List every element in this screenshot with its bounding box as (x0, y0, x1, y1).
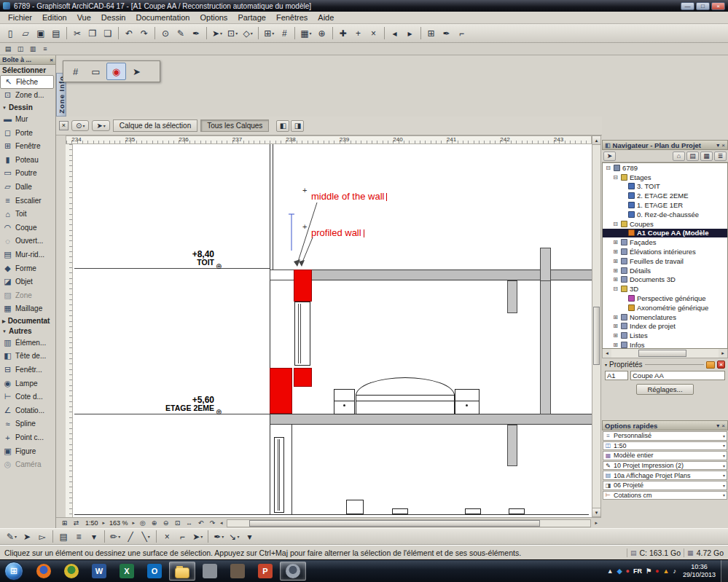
prev-view-button[interactable]: ↶ (195, 519, 206, 527)
menu-vue[interactable]: Vue (72, 12, 96, 23)
slope-a-button[interactable]: ╱ (123, 530, 138, 544)
scroll-down-icon[interactable]: ▾ (592, 508, 600, 516)
undo-button[interactable]: ↶ (122, 26, 136, 41)
trim-button[interactable]: ⌐ (455, 26, 469, 41)
tree-item-listes[interactable]: ⊞Listes (603, 331, 727, 340)
pencil-button[interactable]: ✏▾ (108, 530, 122, 544)
furniture-4[interactable] (509, 508, 525, 514)
properties-header[interactable]: ▾ Propriétés × (602, 358, 728, 369)
show-desktop-button[interactable] (721, 560, 728, 582)
tool-fl-che[interactable]: ↖Flèche (0, 75, 54, 89)
new-file-button[interactable]: ▯ (3, 26, 17, 41)
horizontal-scrollbar[interactable] (227, 519, 592, 527)
geometry-method-button[interactable]: ◇▾ (240, 26, 255, 41)
section-name-field[interactable]: Coupe AA (630, 371, 725, 380)
tool-zone-d[interactable]: ⊡Zone d... (0, 89, 55, 103)
tree-expander-icon[interactable]: ⊞ (612, 332, 619, 339)
tool-maillage[interactable]: ▦Maillage (0, 302, 55, 316)
bed-headboard[interactable] (356, 377, 455, 396)
tray-update-icon[interactable]: ● (626, 567, 630, 575)
tree-item-feuilles-de-travail[interactable]: ⊞Feuilles de travail (603, 256, 727, 266)
profile-manager-button[interactable]: # (66, 63, 85, 80)
toolbox-section-autres[interactable]: ▼Autres (0, 326, 55, 336)
marquee-mode-button[interactable]: ⊡▾ (225, 26, 240, 41)
zoom-in-button[interactable]: ⊕ (149, 519, 160, 527)
explore-button[interactable]: ⇄ (71, 519, 82, 527)
guide-toggle-button[interactable]: ▾ (87, 530, 101, 544)
floor-slab[interactable] (270, 414, 592, 425)
tray-lang[interactable]: FR (633, 567, 642, 575)
tree-item-etages[interactable]: ⊟Etages (603, 173, 727, 182)
vertical-scroll-thumb[interactable] (593, 307, 600, 365)
zoom-display[interactable]: 163 % (107, 519, 130, 527)
tree-scroll-thumb[interactable] (638, 350, 686, 357)
highlighted-wall-upper[interactable] (294, 270, 312, 302)
print-button[interactable]: ▤ (49, 26, 63, 41)
parameter-transfer-button[interactable]: ✒ (189, 26, 203, 41)
tree-item-nomenclatures[interactable]: ⊞Nomenclatures (603, 312, 727, 322)
furniture-3[interactable] (465, 508, 481, 514)
nightstand-left[interactable] (334, 389, 355, 414)
window-lower[interactable] (274, 437, 284, 513)
tray-volume-icon[interactable]: ♪ (673, 567, 676, 575)
tree-item-2-etage-2eme[interactable]: 2. ETAGE 2EME (603, 191, 727, 200)
layout-book-button[interactable]: ▦ (700, 152, 713, 161)
tree-item-l-vations-int-rieures[interactable]: ⊞Élévations intérieures (603, 247, 727, 256)
tray-shield-icon[interactable]: ▲ (663, 567, 670, 575)
open-file-button[interactable]: ▱ (18, 26, 33, 41)
taskbar-archicad[interactable] (280, 562, 306, 581)
tree-item-1-etage-1er[interactable]: 1. ETAGE 1ER (603, 200, 727, 210)
annotation-profiled-wall[interactable]: profiled wall (311, 227, 364, 238)
zoom-fit-button[interactable]: ◎ (137, 519, 148, 527)
favorites-button[interactable]: ▤ (2, 44, 14, 54)
right-wall-upper[interactable] (540, 248, 551, 281)
tool-cotatio[interactable]: ∠Cotatio... (0, 404, 55, 417)
tree-expander-icon[interactable]: ⊞ (612, 267, 619, 274)
tool-l-men[interactable]: ▥Élémen... (0, 336, 55, 350)
caret-right-icon[interactable]: ▸ (102, 520, 106, 526)
copy-button[interactable]: ❐ (85, 26, 100, 41)
tool-escalier[interactable]: ≡Escalier (0, 194, 55, 208)
quick-show-button[interactable]: ⊙ ▾ (71, 120, 89, 131)
corner-mode-button[interactable]: ⌐ (175, 530, 189, 544)
close-quick-options-icon[interactable]: × (721, 422, 725, 429)
taskbar-viewer[interactable] (197, 562, 223, 581)
tree-expander-icon[interactable]: ⊟ (605, 165, 611, 171)
caret-right-icon[interactable]: ▸ (132, 520, 136, 526)
drag-mode-button[interactable]: ⊞ (59, 519, 70, 527)
close-toolbox-icon[interactable]: × (50, 57, 53, 63)
taskbar-firefox[interactable] (31, 562, 57, 581)
tool-poteau[interactable]: ▮Poteau (0, 153, 55, 167)
all-layers-button[interactable]: Tous les Calques (200, 119, 269, 132)
tree-expander-icon[interactable]: ⊞ (612, 323, 619, 329)
tool-point-c[interactable]: +Point c... (0, 430, 55, 444)
pan-button[interactable]: ↔ (184, 519, 195, 527)
tree-expander-icon[interactable]: ⊟ (612, 221, 619, 227)
tool-porte[interactable]: ◻Porte (0, 126, 55, 140)
quick-option-cotations-cm[interactable]: ⊢Cotations cm▾ (603, 491, 727, 500)
teamwork-icon[interactable] (706, 361, 715, 369)
tree-item-6789[interactable]: ⊟6789 (603, 163, 727, 173)
minimize-button[interactable]: — (681, 2, 694, 10)
cut-button[interactable]: ✂ (70, 26, 85, 41)
zoom-out-button[interactable]: ⊖ (160, 519, 171, 527)
menu-documentation[interactable]: Documentation (130, 12, 195, 23)
close-properties-icon[interactable]: × (717, 361, 725, 369)
highlighted-wall-lower-right[interactable] (294, 368, 312, 387)
quick-option-mod-le-entier[interactable]: ▦Modèle entier▾ (603, 451, 727, 460)
forward-view-button[interactable]: ▸ (403, 26, 418, 41)
quick-option-1-50[interactable]: ◫1:50▾ (603, 441, 727, 451)
tool-toit[interactable]: ⌂Toit (0, 207, 55, 221)
redo-button[interactable]: ↷ (137, 26, 152, 41)
menu-edition[interactable]: Edition (37, 12, 72, 23)
relative-mode-button[interactable]: ➤▾ (190, 530, 205, 544)
tree-item-perspective-g-n-rique[interactable]: Perspective générique (603, 294, 727, 303)
taskbar-presentation[interactable]: P (252, 562, 278, 581)
vertical-scrollbar[interactable]: ▴ ▾ (592, 135, 601, 517)
nightstand-right[interactable] (455, 389, 480, 414)
menu-aide[interactable]: Aide (313, 12, 339, 23)
toolbox-section-documentat[interactable]: ▶Documentat (0, 315, 55, 326)
pen-set-button[interactable]: ◧ (276, 120, 289, 132)
tool-dalle[interactable]: ▱Dalle (0, 180, 55, 194)
column-lower[interactable] (507, 425, 517, 466)
